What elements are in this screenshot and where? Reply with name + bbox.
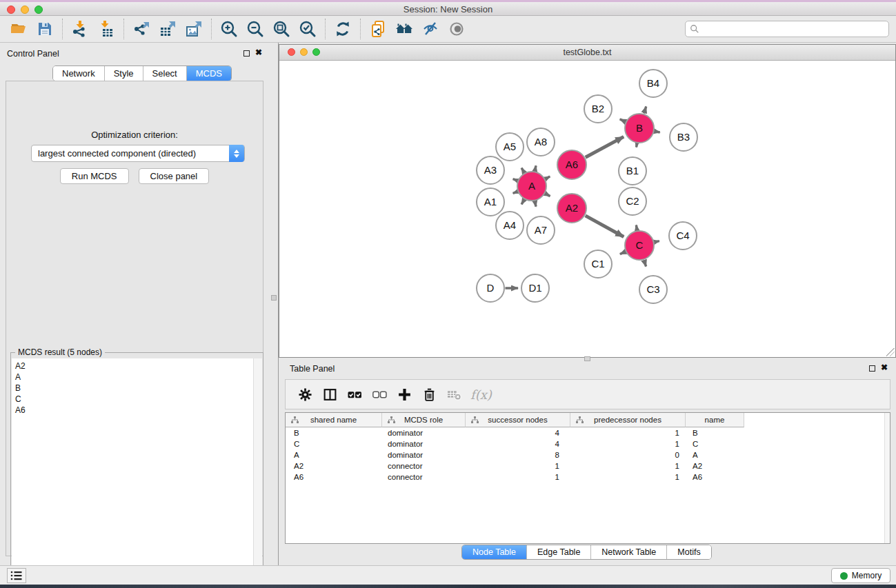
table-scrollbar[interactable] (884, 413, 890, 543)
table-settings-button[interactable] (292, 382, 317, 407)
mcds-result-list[interactable]: A2ABCA6 (12, 358, 253, 584)
graph-node-C3[interactable]: C3 (639, 276, 667, 303)
export-table-button[interactable] (156, 17, 179, 41)
graph-edge-A-A5[interactable] (521, 168, 524, 173)
table-cell[interactable]: 8 (466, 449, 570, 460)
table-cell[interactable]: A6 (286, 472, 382, 483)
graph-node-B3[interactable]: B3 (670, 123, 697, 151)
graph-edge-A-A4[interactable] (521, 200, 524, 205)
refresh-button[interactable] (331, 17, 355, 41)
table-cell[interactable]: connector (382, 472, 466, 483)
horizontal-splitter-handle[interactable] (584, 356, 590, 361)
table-cell[interactable]: 1 (570, 438, 686, 449)
select-all-button[interactable] (342, 382, 367, 407)
table-row[interactable]: A6connector11A6 (286, 472, 890, 483)
close-panel-button[interactable]: Close panel (139, 168, 210, 184)
graph-node-C[interactable]: C (625, 231, 654, 260)
graph-edge-A2-C[interactable] (586, 216, 624, 237)
graph-edge-B-B3[interactable] (655, 131, 660, 132)
graph-node-D1[interactable]: D1 (521, 274, 549, 302)
network-window-titlebar[interactable]: testGlobe.txt (279, 45, 895, 61)
graph-node-A8[interactable]: A8 (527, 128, 555, 156)
export-network-button[interactable] (130, 17, 153, 41)
search-input[interactable] (699, 22, 888, 36)
tab-select[interactable]: Select (143, 66, 187, 81)
vertical-splitter-handle[interactable] (271, 295, 277, 301)
table-cell[interactable]: 0 (570, 449, 686, 460)
graph-node-C2[interactable]: C2 (619, 187, 646, 215)
mcds-result-scrollbar[interactable] (253, 358, 262, 584)
table-cell[interactable]: connector (382, 460, 466, 472)
clear-selection-button[interactable] (367, 382, 392, 407)
delete-table-button[interactable] (441, 382, 466, 407)
tab-edge-table[interactable]: Edge Table (527, 545, 591, 559)
mcds-result-item[interactable]: C (15, 394, 253, 405)
table-cell[interactable]: 1 (466, 460, 570, 472)
table-row[interactable]: Adominator80A (286, 449, 890, 460)
task-history-button[interactable] (7, 568, 26, 583)
graph-edge-A-A6[interactable] (546, 176, 550, 179)
table-row[interactable]: Cdominator41C (286, 438, 890, 449)
column-header-shared-name[interactable]: shared name (286, 413, 382, 427)
table-row[interactable]: Bdominator41B (286, 427, 890, 438)
graph-node-B[interactable]: B (625, 114, 654, 143)
zoom-selected-button[interactable] (296, 17, 319, 41)
graph-edge-B-B2[interactable] (620, 119, 626, 122)
run-mcds-button[interactable]: Run MCDS (60, 168, 129, 184)
graph-node-B2[interactable]: B2 (584, 95, 612, 123)
table-cell[interactable]: C (286, 438, 382, 449)
graph-edge-A-A7[interactable] (535, 201, 536, 207)
tab-node-table[interactable]: Node Table (462, 545, 527, 559)
column-header-successor-nodes[interactable]: successor nodes (466, 413, 570, 427)
graph-edge-A6-B[interactable] (586, 136, 624, 157)
graph-edge-B-B4[interactable] (644, 106, 646, 113)
criterion-dropdown[interactable]: largest connected component (directed) (31, 145, 245, 162)
mcds-result-item[interactable]: A6 (15, 405, 253, 416)
mcds-result-item[interactable]: A2 (15, 361, 253, 372)
table-cell[interactable]: B (686, 427, 744, 438)
delete-button[interactable] (417, 382, 441, 407)
table-cell[interactable]: 4 (466, 438, 570, 449)
graph-node-D[interactable]: D (477, 274, 504, 302)
memory-button[interactable]: Memory (831, 568, 890, 583)
save-session-button[interactable] (33, 17, 57, 41)
column-header-predecessor-nodes[interactable]: predecessor nodes (570, 413, 686, 427)
graph-node-B1[interactable]: B1 (619, 157, 646, 185)
table-cell[interactable]: dominator (382, 449, 466, 460)
mcds-result-item[interactable]: B (15, 383, 253, 394)
graph-edge-B-B1[interactable] (637, 143, 637, 147)
tab-network[interactable]: Network (53, 66, 105, 81)
graph-node-A1[interactable]: A1 (477, 188, 504, 216)
table-cell[interactable]: A (286, 449, 382, 460)
hide-graphics-details-button[interactable] (419, 17, 442, 41)
zoom-in-button[interactable] (217, 17, 241, 41)
float-table-panel-icon[interactable] (869, 365, 875, 372)
table-cell[interactable]: C (686, 438, 744, 449)
tab-mcds[interactable]: MCDS (187, 66, 231, 81)
export-image-button[interactable] (182, 17, 206, 41)
column-header-MCDS-role[interactable]: MCDS role (382, 413, 466, 427)
graph-node-A5[interactable]: A5 (496, 133, 524, 161)
table-cell[interactable]: A2 (686, 460, 744, 472)
close-table-panel-icon[interactable]: ✖ (881, 363, 888, 372)
table-cell[interactable]: 1 (570, 427, 686, 438)
clone-network-button[interactable] (366, 17, 390, 41)
mcds-result-item[interactable]: A (15, 372, 253, 383)
home-button[interactable] (392, 17, 416, 41)
import-table-button[interactable] (94, 17, 118, 41)
float-panel-icon[interactable] (243, 50, 250, 57)
vertical-splitter[interactable] (269, 43, 279, 565)
network-canvas[interactable]: AA1A2A3A4A5A6A7A8BB1B2B3B4CC1C2C3C4DD1 (279, 61, 895, 357)
show-graphics-details-button[interactable] (445, 17, 468, 41)
graph-edge-C-C4[interactable] (655, 241, 659, 243)
function-builder-button[interactable]: f(x) (470, 387, 492, 402)
zoom-out-button[interactable] (243, 17, 267, 41)
table-cell[interactable]: A6 (686, 472, 744, 483)
tab-motifs[interactable]: Motifs (667, 545, 710, 559)
close-panel-icon[interactable]: ✖ (255, 48, 262, 57)
graph-node-C1[interactable]: C1 (584, 250, 612, 278)
table-cell[interactable]: B (286, 427, 382, 438)
graph-node-B4[interactable]: B4 (639, 70, 667, 97)
graph-node-A2[interactable]: A2 (557, 194, 586, 223)
column-header-name[interactable]: name (686, 413, 744, 427)
